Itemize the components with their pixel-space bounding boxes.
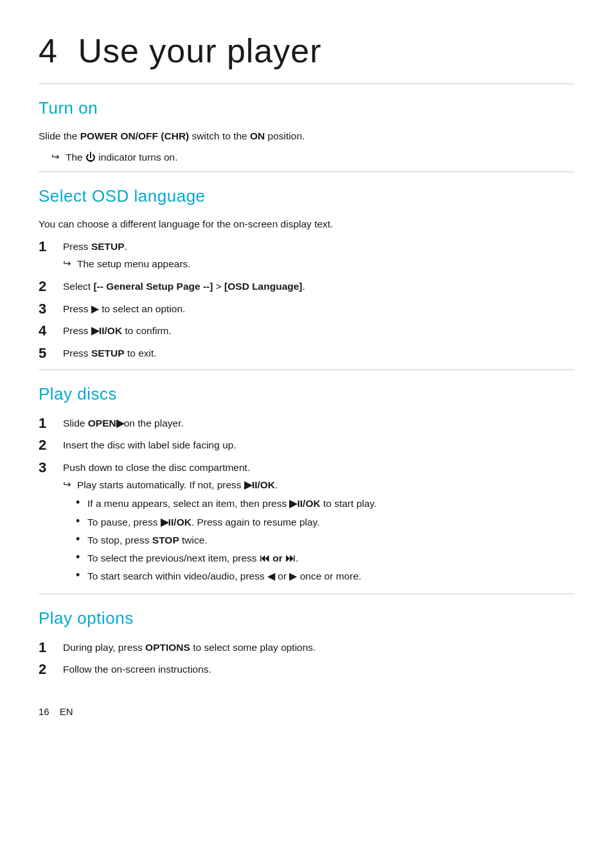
list-item: 3 Press ▶ to select an option. [39,300,574,319]
section-play-discs: Play discs 1 Slide OPEN▶on the player. 2… [39,382,574,587]
bullet-text: If a menu appears, select an item, then … [87,496,377,511]
play-pause-ok-label: ▶II/OK [91,325,122,336]
bullet-text: To stop, press STOP twice. [87,533,208,547]
setup-label: SETUP [91,241,125,252]
turn-on-arrow-item: ↪ The ⏻ indicator turns on. [51,150,574,164]
step-number: 2 [39,660,63,679]
footer-language: EN [60,705,73,720]
step-content: Press ▶II/OK to confirm. [63,322,574,338]
section-divider-3 [39,594,574,594]
step-content: Insert the disc with label side facing u… [63,436,574,452]
step-number: 3 [39,459,63,477]
step-number: 1 [39,639,63,657]
page-footer: 16 EN [39,705,574,720]
section-play-options: Play options 1 During play, press OPTION… [39,606,574,679]
list-item: 1 Slide OPEN▶on the player. [39,414,574,433]
turn-on-result: The ⏻ indicator turns on. [66,150,178,164]
step-content: Select [-- General Setup Page --] > [OSD… [63,278,574,294]
page-title: 4 Use your player [39,26,574,76]
arrow-symbol: ↪ [51,150,66,164]
setup-exit-label: SETUP [91,348,125,359]
arrow-symbol: ↪ [63,256,77,271]
list-item: 5 Press SETUP to exit. [39,344,574,363]
bullet-symbol: • [76,496,87,510]
on-label: ON [250,130,265,141]
title-divider [39,84,574,84]
step-number: 1 [39,238,63,256]
step-number: 1 [39,414,63,433]
play-options-steps: 1 During play, press OPTIONS to select s… [39,639,574,679]
list-item: 2 Select [-- General Setup Page --] > [O… [39,278,574,296]
turn-on-title: Turn on [39,96,574,121]
options-label: OPTIONS [145,642,190,653]
list-item: 1 Press SETUP. ↪ The setup menu appears. [39,238,574,274]
bullet-symbol: • [76,569,87,583]
pause-label: ▶II/OK [161,517,191,527]
step-content: Press SETUP. ↪ The setup menu appears. [63,238,574,274]
step-content: Push down to close the disc compartment.… [63,459,574,587]
step-bullets: • If a menu appears, select an item, the… [76,496,574,583]
bullet-text: To start search within video/audio, pres… [87,569,361,583]
section-divider-1 [39,172,574,172]
list-item: • If a menu appears, select an item, the… [76,496,574,511]
bullet-symbol: • [76,533,87,547]
list-item: 3 Push down to close the disc compartmen… [39,459,574,587]
step-text: Insert the disc with label side facing u… [63,439,236,450]
play-options-title: Play options [39,606,574,631]
list-item: • To pause, press ▶II/OK. Press again to… [76,515,574,529]
section-select-osd: Select OSD language You can choose a dif… [39,184,574,363]
list-item: 2 Insert the disc with label side facing… [39,436,574,455]
step-number: 5 [39,344,63,363]
bullet-text: To pause, press ▶II/OK. Press again to r… [87,515,320,529]
stop-label: STOP [152,535,179,545]
step-content: Follow the on-screen instructions. [63,660,574,677]
select-osd-title: Select OSD language [39,184,574,209]
bullet-text: To select the previous/next item, press … [87,551,298,565]
select-osd-intro: You can choose a different language for … [39,217,574,231]
step-number: 2 [39,278,63,296]
section-divider-2 [39,369,574,370]
step-text: Follow the on-screen instructions. [63,664,211,675]
list-item: • To start search within video/audio, pr… [76,569,574,583]
step-content: Press SETUP to exit. [63,344,574,360]
step-arrow: ↪ The setup menu appears. [63,256,574,271]
step-content: Press ▶ to select an option. [63,300,574,316]
prev-next-label: ⏮ or ⏭ [260,553,296,563]
footer-page-number: 16 [39,705,49,720]
open-label: OPEN▶ [88,418,124,429]
list-item: 4 Press ▶II/OK to confirm. [39,322,574,341]
play-ok-label: ▶II/OK [244,479,275,490]
osd-language-label: [OSD Language] [224,281,302,292]
list-item: 2 Follow the on-screen instructions. [39,660,574,679]
turn-on-intro: Slide the POWER ON/OFF (CHR) switch to t… [39,128,574,143]
step-content: During play, press OPTIONS to select som… [63,639,574,655]
list-item: 1 During play, press OPTIONS to select s… [39,639,574,657]
title-text: Use your player [78,32,321,69]
bullet-symbol: • [76,515,87,529]
play-discs-steps: 1 Slide OPEN▶on the player. 2 Insert the… [39,414,574,587]
bullet-symbol: • [76,551,87,565]
play-ok-label-2: ▶II/OK [289,498,320,509]
step-text: Press ▶ to select an option. [63,303,185,314]
step-number: 2 [39,436,63,455]
power-switch-label: POWER ON/OFF (CHR) [80,130,190,141]
step-text: During play, press OPTIONS to select som… [63,642,315,653]
step-text: Select [-- General Setup Page --] > [OSD… [63,281,305,292]
list-item: • To stop, press STOP twice. [76,533,574,547]
step-text: Press SETUP. [63,241,127,252]
step-number: 3 [39,300,63,319]
general-setup-label: [-- General Setup Page --] [93,281,213,292]
step-number: 4 [39,322,63,341]
step-arrow: ↪ Play starts automatically. If not, pre… [63,477,574,492]
step-arrow-text: The setup menu appears. [77,256,191,271]
section-turn-on: Turn on Slide the POWER ON/OFF (CHR) swi… [39,96,574,165]
step-content: Slide OPEN▶on the player. [63,414,574,430]
list-item: • To select the previous/next item, pres… [76,551,574,565]
arrow-symbol: ↪ [63,477,77,492]
step-text: Slide OPEN▶on the player. [63,418,184,429]
step-arrow-text: Play starts automatically. If not, press… [77,477,278,492]
select-osd-steps: 1 Press SETUP. ↪ The setup menu appears.… [39,238,574,363]
step-text: Press ▶II/OK to confirm. [63,325,172,336]
step-text: Press SETUP to exit. [63,348,157,359]
chapter-number: 4 [39,32,58,69]
